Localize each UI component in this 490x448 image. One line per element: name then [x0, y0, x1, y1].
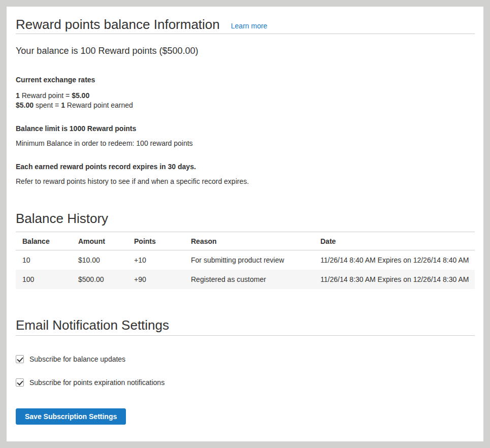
- cell-balance: 10: [16, 250, 72, 270]
- table-header-row: Balance Amount Points Reason Date: [16, 232, 475, 250]
- column-header-balance: Balance: [16, 232, 72, 250]
- email-notification-settings-title: Email Notification Settings: [16, 317, 475, 336]
- minimum-balance-note: Minimum Balance in order to redeem: 100 …: [16, 138, 475, 148]
- subscribe-expiration-label[interactable]: Subscribe for points expiration notifica…: [29, 377, 165, 388]
- expiration-hint: Refer to reward points history to see if…: [16, 176, 475, 186]
- subscribe-expiration-checkbox[interactable]: [16, 378, 24, 387]
- subscribe-balance-updates-option: Subscribe for balance updates: [16, 354, 475, 364]
- page-header: Reward points balance Information Learn …: [16, 7, 475, 34]
- column-header-points: Points: [127, 232, 184, 250]
- subscribe-balance-updates-checkbox[interactable]: [16, 355, 24, 363]
- column-header-date: Date: [314, 232, 475, 250]
- cell-reason: Registered as customer: [184, 270, 314, 289]
- column-header-amount: Amount: [72, 232, 127, 250]
- subscribe-balance-updates-label[interactable]: Subscribe for balance updates: [29, 354, 125, 364]
- subscribe-expiration-option: Subscribe for points expiration notifica…: [16, 377, 475, 388]
- balance-limit-title: Balance limit is 1000 Reward points: [16, 123, 475, 134]
- expiration-title: Each earned reward points record expires…: [16, 162, 475, 172]
- exchange-rate-line-2: $5.00 spent = 1 Reward point earned: [16, 101, 133, 109]
- cell-points: +10: [127, 250, 184, 270]
- balance-history-title: Balance History: [16, 211, 475, 227]
- table-row: 10 $10.00 +10 For submitting product rev…: [16, 250, 475, 270]
- table-row: 100 $500.00 +90 Registered as customer 1…: [16, 270, 475, 289]
- exchange-rate-line-1: 1 Reward point = $5.00: [16, 91, 89, 100]
- balance-summary: Your balance is 100 Reward points ($500.…: [16, 45, 475, 56]
- exchange-rates: 1 Reward point = $5.00 $5.00 spent = 1 R…: [16, 91, 475, 110]
- page-title: Reward points balance Information: [16, 17, 220, 33]
- save-subscription-settings-button[interactable]: Save Subscription Settings: [16, 408, 126, 425]
- cell-balance: 100: [16, 270, 72, 289]
- column-header-reason: Reason: [184, 232, 314, 250]
- reward-points-page: Reward points balance Information Learn …: [7, 7, 483, 441]
- learn-more-link[interactable]: Learn more: [231, 22, 268, 30]
- cell-date: 11/26/14 8:40 AM Expires on 12/26/14 8:4…: [314, 250, 475, 270]
- balance-history-table: Balance Amount Points Reason Date 10 $10…: [16, 232, 475, 289]
- cell-reason: For submitting product review: [184, 250, 314, 270]
- cell-amount: $10.00: [72, 250, 127, 270]
- cell-date: 11/26/14 8:30 AM Expires on 12/26/14 8:3…: [314, 270, 475, 289]
- cell-amount: $500.00: [72, 270, 127, 289]
- cell-points: +90: [127, 270, 184, 289]
- exchange-rates-title: Current exchange rates: [16, 75, 475, 85]
